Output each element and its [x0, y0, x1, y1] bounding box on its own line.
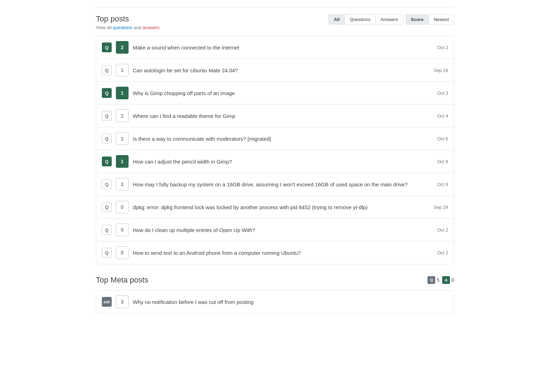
- post-item-2: Q1Can autologin be set for Ubuntu Mate 2…: [96, 59, 454, 82]
- subtitle-prefix: View all: [96, 25, 112, 30]
- meta-score-badge-1: 3: [116, 295, 129, 308]
- post-date-7: Oct 9: [429, 182, 448, 187]
- post-title-7: How may I fully backup my system on a 16…: [133, 181, 425, 188]
- post-title-link-7[interactable]: How may I fully backup my system on a 16…: [133, 181, 407, 187]
- post-title-6: How can I adjust the pencil width in Gim…: [133, 158, 425, 165]
- post-type-icon-2: Q: [102, 65, 112, 75]
- post-item-10: Q0How to send text to an Android phone f…: [96, 241, 454, 264]
- post-item-4: Q1Where can I find a readable theme for …: [96, 105, 454, 127]
- filter-all-button[interactable]: All: [329, 15, 345, 24]
- post-date-2: Sep 28: [429, 68, 448, 73]
- filter-questions-button[interactable]: Questions: [345, 15, 376, 24]
- meta-post-title-link-1[interactable]: Why no notification before I was cut off…: [133, 299, 254, 305]
- questions-link[interactable]: questions: [113, 25, 132, 30]
- top-posts-subtitle: View all questions and answers: [96, 25, 159, 30]
- post-date-10: Oct 2: [429, 250, 448, 255]
- post-title-9: How do I clean up multiple entries of Op…: [133, 226, 425, 234]
- score-badge-2: 1: [116, 64, 129, 77]
- meta-post-title-1: Why no notification before I was cut off…: [133, 298, 448, 306]
- post-date-1: Oct 2: [429, 45, 448, 50]
- post-type-icon-6: Q: [102, 157, 112, 166]
- post-type-icon-8: Q: [102, 202, 112, 212]
- post-type-icon-10: Q: [102, 248, 112, 258]
- subtitle-and: and: [133, 25, 141, 30]
- meta-q-icon: Q: [427, 276, 435, 284]
- post-type-icon-3: Q: [102, 88, 112, 98]
- post-title-2: Can autologin be set for Ubuntu Mate 24.…: [133, 67, 425, 74]
- post-date-6: Oct 8: [429, 159, 448, 164]
- post-title-link-2[interactable]: Can autologin be set for Ubuntu Mate 24.…: [133, 67, 238, 73]
- answers-link[interactable]: answers: [143, 25, 159, 30]
- score-badge-1: 2: [116, 41, 129, 54]
- post-title-8: dpkg: error: dpkg frontend lock was lock…: [133, 204, 425, 211]
- post-type-icon-5: Q: [102, 134, 112, 144]
- meta-a-count: 0: [451, 277, 454, 283]
- post-title-4: Where can I find a readable theme for Gi…: [133, 112, 425, 120]
- post-type-icon-9: Q: [102, 225, 112, 235]
- score-badge-9: 0: [116, 224, 129, 236]
- meta-q-count-badge: Q 5: [427, 276, 439, 284]
- top-posts-title: Top posts: [96, 14, 159, 24]
- filter-btn-group: All Questions Answers: [328, 14, 403, 25]
- score-badge-5: 1: [116, 132, 129, 145]
- meta-post-type-icon-1: ask: [102, 297, 112, 307]
- post-title-10: How to send text to an Android phone fro…: [133, 249, 425, 257]
- meta-q-count: 5: [437, 277, 439, 283]
- post-title-link-6[interactable]: How can I adjust the pencil width in Gim…: [133, 159, 232, 165]
- meta-section-title: Top Meta posts: [96, 275, 148, 285]
- post-item-8: Q0dpkg: error: dpkg frontend lock was lo…: [96, 196, 454, 219]
- sort-newest-button[interactable]: Newest: [429, 15, 454, 24]
- post-date-9: Oct 2: [429, 227, 448, 233]
- score-badge-8: 0: [116, 201, 129, 213]
- sort-btn-group: Score Newest: [406, 14, 454, 25]
- sort-score-button[interactable]: Score: [406, 15, 429, 24]
- post-title-link-9[interactable]: How do I clean up multiple entries of Op…: [133, 227, 255, 233]
- post-date-4: Oct 4: [429, 113, 448, 119]
- post-title-link-8[interactable]: dpkg: error: dpkg frontend lock was lock…: [133, 204, 368, 210]
- post-type-icon-1: Q: [102, 42, 112, 52]
- score-badge-7: 1: [116, 178, 129, 191]
- meta-posts-list: ask3Why no notification before I was cut…: [96, 290, 454, 313]
- post-type-icon-4: Q: [102, 111, 112, 121]
- top-posts-title-block: Top posts View all questions and answers: [96, 14, 159, 30]
- meta-a-count-badge: A 0: [442, 276, 454, 284]
- post-date-8: Sep 29: [429, 205, 448, 210]
- post-title-link-1[interactable]: Make a sound when connected to the inter…: [133, 45, 240, 51]
- top-posts-header: Top posts View all questions and answers…: [96, 14, 454, 30]
- post-item-6: Q1How can I adjust the pencil width in G…: [96, 150, 454, 173]
- post-title-link-10[interactable]: How to send text to an Android phone fro…: [133, 250, 301, 256]
- post-title-5: Is there a way to communicate with moder…: [133, 135, 425, 142]
- score-badge-6: 1: [116, 155, 129, 168]
- score-badge-4: 1: [116, 109, 129, 122]
- meta-section-header: Top Meta posts Q 5 A 0: [96, 275, 454, 285]
- post-date-5: Oct 6: [429, 136, 448, 141]
- post-title-1: Make a sound when connected to the inter…: [133, 44, 425, 51]
- post-date-3: Oct 3: [429, 91, 448, 96]
- score-badge-10: 0: [116, 246, 129, 259]
- post-item-5: Q1Is there a way to communicate with mod…: [96, 127, 454, 150]
- meta-post-item-1: ask3Why no notification before I was cut…: [96, 291, 454, 313]
- score-badge-3: 1: [116, 87, 129, 99]
- post-title-link-4[interactable]: Where can I find a readable theme for Gi…: [133, 113, 235, 119]
- meta-counts: Q 5 A 0: [427, 276, 454, 284]
- filter-answers-button[interactable]: Answers: [376, 15, 403, 24]
- posts-list: Q2Make a sound when connected to the int…: [96, 36, 454, 264]
- post-title-link-5[interactable]: Is there a way to communicate with moder…: [133, 136, 271, 142]
- post-item-7: Q1How may I fully backup my system on a …: [96, 173, 454, 196]
- post-title-3: Why is Gimp chopping off parts of an ima…: [133, 89, 425, 97]
- post-title-link-3[interactable]: Why is Gimp chopping off parts of an ima…: [133, 90, 235, 96]
- post-type-icon-7: Q: [102, 179, 112, 189]
- filter-group: All Questions Answers Score Newest: [328, 14, 454, 25]
- meta-a-icon: A: [442, 276, 450, 284]
- post-item-3: Q1Why is Gimp chopping off parts of an i…: [96, 82, 454, 105]
- post-item-1: Q2Make a sound when connected to the int…: [96, 36, 454, 59]
- post-item-9: Q0How do I clean up multiple entries of …: [96, 219, 454, 241]
